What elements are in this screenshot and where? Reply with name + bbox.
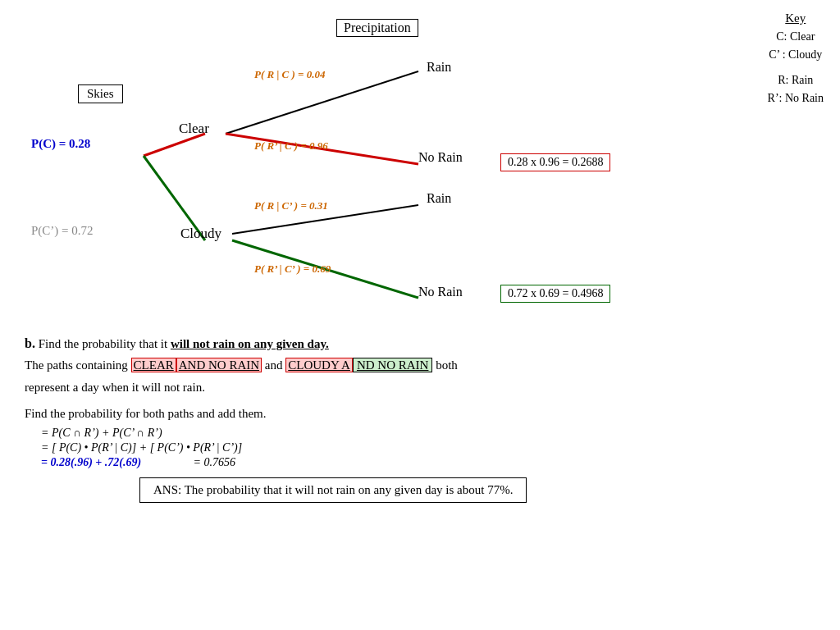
paths-line: The paths containing CLEARAND NO RAIN an… (25, 356, 815, 375)
math-line2-text: = [ P(C) • P(R’ | C)] + [ P(C’) • P(R’ |… (41, 441, 242, 454)
key-c-clear: C: Clear (768, 28, 824, 46)
bottom-section: b. Find the probability that it will not… (16, 336, 824, 503)
prob-rpc-label: P( R’ | C ) = 0.96 (254, 139, 328, 153)
key-box: Key C: Clear C’ : Cloudy R: Rain R’: No … (768, 8, 824, 108)
math-line2: = [ P(C) • P(R’ | C)] + [ P(C’) • P(R’ |… (41, 441, 815, 454)
clear-highlight: CLEAR (131, 358, 176, 372)
and-text: and (265, 358, 283, 372)
question-b-line: b. Find the probability that it will not… (25, 336, 815, 351)
tree-diagram: Precipitation Skies P(C) = 0.28 (16, 12, 738, 332)
question-b-label: b. (25, 336, 35, 350)
math-line3a-text: = 0.28(.96) + .72(.69) (41, 456, 141, 468)
prob-rpcp-label: P( R’ | C’ ) = 0.69 (254, 262, 331, 276)
cloudy-highlight: CLOUDY A (285, 358, 353, 372)
norain1-label: No Rain (418, 150, 463, 165)
cloudy-hl-text: CLOUDY A (288, 358, 350, 372)
norain2-label: No Rain (418, 285, 463, 299)
key-r-rain: R: Rain (768, 71, 824, 89)
math-line1-text: = P(C ∩ R’) + P(C’ ∩ R’) (41, 427, 162, 439)
rain2-label: Rain (427, 191, 451, 206)
rain1-label: Rain (427, 60, 451, 75)
key-cp-cloudy: C’ : Cloudy (768, 46, 824, 64)
math-line3b-text: = 0.7656 (194, 456, 235, 468)
math-line3: = 0.28(.96) + .72(.69) = 0.7656 (41, 456, 815, 469)
clear-label: Clear (179, 121, 209, 137)
pcp-value: P(C’) = 0.72 (31, 224, 94, 237)
calc-box-2: 0.72 x 0.69 = 0.4968 (500, 285, 610, 303)
both-text: both (436, 358, 458, 372)
key-rp-norain: R’: No Rain (768, 89, 824, 107)
question-b-text: Find the probability that it (39, 337, 168, 350)
pc-label: P(C) = 0.28 (31, 137, 90, 151)
svg-line-0 (144, 134, 205, 156)
and-no-rain-highlight: AND NO RAIN (176, 358, 262, 372)
answer-box: ANS: The probability that it will not ra… (139, 477, 527, 503)
pc-value: P(C) = 0.28 (31, 137, 90, 150)
and-no-rain-text: AND NO RAIN (179, 358, 259, 372)
nd-no-rain-text: ND NO RAIN (357, 358, 429, 372)
math-line1: = P(C ∩ R’) + P(C’ ∩ R’) (41, 427, 815, 440)
question-b-bold: will not rain on any given day. (171, 337, 329, 350)
represent-line: represent a day when it will not rain. (25, 378, 815, 397)
tree-svg (16, 12, 738, 332)
find-text-line: Find the probability for both paths and … (25, 404, 815, 423)
paths-prefix: The paths containing (25, 358, 128, 372)
clear-hl-text: CLEAR (134, 358, 174, 372)
pcp-label: P(C’) = 0.72 (31, 224, 94, 238)
nd-no-rain-highlight: ND NO RAIN (353, 358, 433, 372)
key-title: Key (768, 8, 824, 28)
prob-rcp-label: P( R | C’ ) = 0.31 (254, 199, 328, 212)
prob-rc-label: P( R | C ) = 0.04 (254, 68, 325, 81)
calc-box-1: 0.28 x 0.96 = 0.2688 (500, 153, 610, 171)
cloudy-label: Cloudy (180, 226, 221, 242)
